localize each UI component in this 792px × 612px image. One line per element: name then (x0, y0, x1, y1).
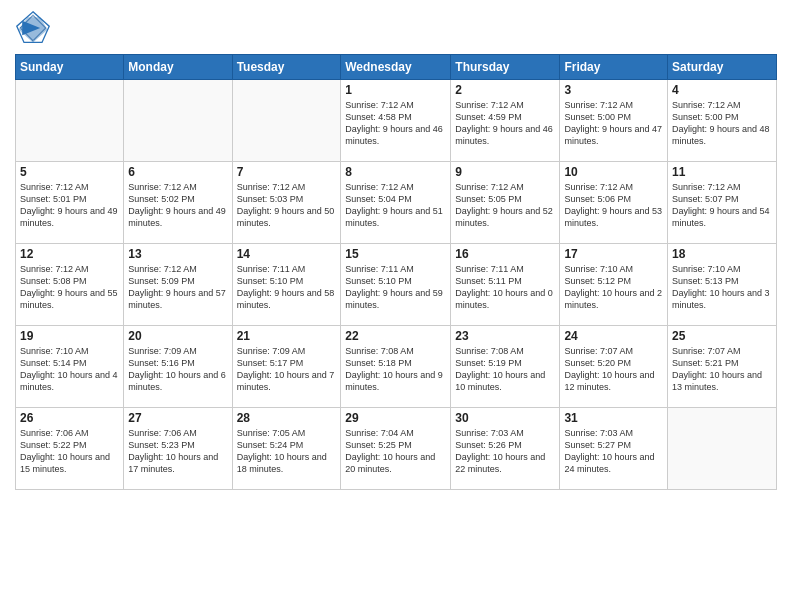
calendar-cell (668, 408, 777, 490)
week-row-3: 19Sunrise: 7:10 AM Sunset: 5:14 PM Dayli… (16, 326, 777, 408)
day-info: Sunrise: 7:08 AM Sunset: 5:18 PM Dayligh… (345, 345, 446, 394)
calendar-cell: 16Sunrise: 7:11 AM Sunset: 5:11 PM Dayli… (451, 244, 560, 326)
calendar-cell: 6Sunrise: 7:12 AM Sunset: 5:02 PM Daylig… (124, 162, 232, 244)
day-number: 30 (455, 411, 555, 425)
day-info: Sunrise: 7:11 AM Sunset: 5:11 PM Dayligh… (455, 263, 555, 312)
week-row-4: 26Sunrise: 7:06 AM Sunset: 5:22 PM Dayli… (16, 408, 777, 490)
day-info: Sunrise: 7:11 AM Sunset: 5:10 PM Dayligh… (345, 263, 446, 312)
calendar-cell: 20Sunrise: 7:09 AM Sunset: 5:16 PM Dayli… (124, 326, 232, 408)
day-info: Sunrise: 7:10 AM Sunset: 5:13 PM Dayligh… (672, 263, 772, 312)
day-info: Sunrise: 7:12 AM Sunset: 4:59 PM Dayligh… (455, 99, 555, 148)
day-info: Sunrise: 7:08 AM Sunset: 5:19 PM Dayligh… (455, 345, 555, 394)
calendar-cell: 10Sunrise: 7:12 AM Sunset: 5:06 PM Dayli… (560, 162, 668, 244)
calendar-cell: 11Sunrise: 7:12 AM Sunset: 5:07 PM Dayli… (668, 162, 777, 244)
day-number: 26 (20, 411, 119, 425)
logo-icon (15, 10, 51, 46)
day-info: Sunrise: 7:12 AM Sunset: 5:00 PM Dayligh… (564, 99, 663, 148)
calendar-cell: 23Sunrise: 7:08 AM Sunset: 5:19 PM Dayli… (451, 326, 560, 408)
day-number: 8 (345, 165, 446, 179)
calendar-cell: 26Sunrise: 7:06 AM Sunset: 5:22 PM Dayli… (16, 408, 124, 490)
day-info: Sunrise: 7:12 AM Sunset: 5:08 PM Dayligh… (20, 263, 119, 312)
calendar-cell: 2Sunrise: 7:12 AM Sunset: 4:59 PM Daylig… (451, 80, 560, 162)
calendar-cell (16, 80, 124, 162)
day-info: Sunrise: 7:07 AM Sunset: 5:21 PM Dayligh… (672, 345, 772, 394)
day-number: 31 (564, 411, 663, 425)
calendar-cell: 15Sunrise: 7:11 AM Sunset: 5:10 PM Dayli… (341, 244, 451, 326)
week-row-1: 5Sunrise: 7:12 AM Sunset: 5:01 PM Daylig… (16, 162, 777, 244)
day-info: Sunrise: 7:12 AM Sunset: 5:04 PM Dayligh… (345, 181, 446, 230)
day-number: 9 (455, 165, 555, 179)
day-info: Sunrise: 7:12 AM Sunset: 5:00 PM Dayligh… (672, 99, 772, 148)
day-number: 10 (564, 165, 663, 179)
day-number: 6 (128, 165, 227, 179)
day-info: Sunrise: 7:12 AM Sunset: 5:09 PM Dayligh… (128, 263, 227, 312)
day-info: Sunrise: 7:12 AM Sunset: 5:05 PM Dayligh… (455, 181, 555, 230)
calendar-cell: 12Sunrise: 7:12 AM Sunset: 5:08 PM Dayli… (16, 244, 124, 326)
calendar-header: SundayMondayTuesdayWednesdayThursdayFrid… (16, 55, 777, 80)
day-info: Sunrise: 7:12 AM Sunset: 5:06 PM Dayligh… (564, 181, 663, 230)
day-number: 23 (455, 329, 555, 343)
day-number: 28 (237, 411, 337, 425)
weekday-header-tuesday: Tuesday (232, 55, 341, 80)
day-info: Sunrise: 7:06 AM Sunset: 5:22 PM Dayligh… (20, 427, 119, 476)
logo (15, 10, 55, 46)
day-number: 29 (345, 411, 446, 425)
calendar-cell: 18Sunrise: 7:10 AM Sunset: 5:13 PM Dayli… (668, 244, 777, 326)
day-number: 15 (345, 247, 446, 261)
calendar-cell: 4Sunrise: 7:12 AM Sunset: 5:00 PM Daylig… (668, 80, 777, 162)
day-info: Sunrise: 7:03 AM Sunset: 5:27 PM Dayligh… (564, 427, 663, 476)
day-info: Sunrise: 7:09 AM Sunset: 5:16 PM Dayligh… (128, 345, 227, 394)
day-number: 1 (345, 83, 446, 97)
day-info: Sunrise: 7:11 AM Sunset: 5:10 PM Dayligh… (237, 263, 337, 312)
day-number: 19 (20, 329, 119, 343)
calendar-cell: 30Sunrise: 7:03 AM Sunset: 5:26 PM Dayli… (451, 408, 560, 490)
page: SundayMondayTuesdayWednesdayThursdayFrid… (0, 0, 792, 612)
calendar-cell (232, 80, 341, 162)
day-info: Sunrise: 7:04 AM Sunset: 5:25 PM Dayligh… (345, 427, 446, 476)
weekday-header-sunday: Sunday (16, 55, 124, 80)
calendar-cell: 28Sunrise: 7:05 AM Sunset: 5:24 PM Dayli… (232, 408, 341, 490)
calendar-cell: 7Sunrise: 7:12 AM Sunset: 5:03 PM Daylig… (232, 162, 341, 244)
calendar-cell: 21Sunrise: 7:09 AM Sunset: 5:17 PM Dayli… (232, 326, 341, 408)
weekday-header-saturday: Saturday (668, 55, 777, 80)
day-number: 20 (128, 329, 227, 343)
day-number: 25 (672, 329, 772, 343)
day-number: 18 (672, 247, 772, 261)
day-number: 7 (237, 165, 337, 179)
calendar-cell: 9Sunrise: 7:12 AM Sunset: 5:05 PM Daylig… (451, 162, 560, 244)
day-number: 5 (20, 165, 119, 179)
day-number: 12 (20, 247, 119, 261)
week-row-0: 1Sunrise: 7:12 AM Sunset: 4:58 PM Daylig… (16, 80, 777, 162)
weekday-header-wednesday: Wednesday (341, 55, 451, 80)
calendar-cell: 24Sunrise: 7:07 AM Sunset: 5:20 PM Dayli… (560, 326, 668, 408)
calendar-cell: 19Sunrise: 7:10 AM Sunset: 5:14 PM Dayli… (16, 326, 124, 408)
weekday-header-friday: Friday (560, 55, 668, 80)
calendar-cell: 13Sunrise: 7:12 AM Sunset: 5:09 PM Dayli… (124, 244, 232, 326)
day-info: Sunrise: 7:07 AM Sunset: 5:20 PM Dayligh… (564, 345, 663, 394)
day-info: Sunrise: 7:05 AM Sunset: 5:24 PM Dayligh… (237, 427, 337, 476)
header (15, 10, 777, 46)
calendar-cell: 31Sunrise: 7:03 AM Sunset: 5:27 PM Dayli… (560, 408, 668, 490)
calendar-body: 1Sunrise: 7:12 AM Sunset: 4:58 PM Daylig… (16, 80, 777, 490)
calendar-cell: 22Sunrise: 7:08 AM Sunset: 5:18 PM Dayli… (341, 326, 451, 408)
calendar-cell: 27Sunrise: 7:06 AM Sunset: 5:23 PM Dayli… (124, 408, 232, 490)
day-info: Sunrise: 7:12 AM Sunset: 5:03 PM Dayligh… (237, 181, 337, 230)
week-row-2: 12Sunrise: 7:12 AM Sunset: 5:08 PM Dayli… (16, 244, 777, 326)
day-info: Sunrise: 7:12 AM Sunset: 5:02 PM Dayligh… (128, 181, 227, 230)
day-number: 17 (564, 247, 663, 261)
day-number: 24 (564, 329, 663, 343)
weekday-header-thursday: Thursday (451, 55, 560, 80)
day-number: 4 (672, 83, 772, 97)
day-number: 2 (455, 83, 555, 97)
calendar-cell: 8Sunrise: 7:12 AM Sunset: 5:04 PM Daylig… (341, 162, 451, 244)
calendar-cell: 29Sunrise: 7:04 AM Sunset: 5:25 PM Dayli… (341, 408, 451, 490)
day-number: 27 (128, 411, 227, 425)
weekday-header-row: SundayMondayTuesdayWednesdayThursdayFrid… (16, 55, 777, 80)
day-info: Sunrise: 7:12 AM Sunset: 5:01 PM Dayligh… (20, 181, 119, 230)
day-number: 22 (345, 329, 446, 343)
calendar-cell: 25Sunrise: 7:07 AM Sunset: 5:21 PM Dayli… (668, 326, 777, 408)
day-number: 14 (237, 247, 337, 261)
calendar-table: SundayMondayTuesdayWednesdayThursdayFrid… (15, 54, 777, 490)
calendar-cell: 14Sunrise: 7:11 AM Sunset: 5:10 PM Dayli… (232, 244, 341, 326)
calendar-cell: 1Sunrise: 7:12 AM Sunset: 4:58 PM Daylig… (341, 80, 451, 162)
